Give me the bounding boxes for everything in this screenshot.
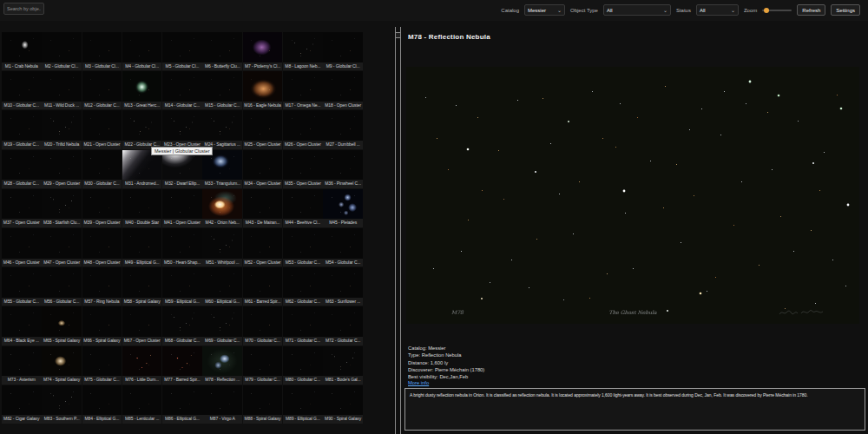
grid-item[interactable]: M59 - Elliptical G... xyxy=(162,267,202,306)
grid-item[interactable]: M80 - Globular C... xyxy=(283,346,323,385)
grid-item[interactable]: M2 - Globular Cl... xyxy=(42,32,82,70)
grid-item[interactable]: M47 - Open Cluster xyxy=(42,228,82,266)
grid-item[interactable]: M77 - Barred Spir... xyxy=(162,346,202,385)
grid-item[interactable]: M5 - Globular Cl... xyxy=(162,32,202,70)
grid-item[interactable]: M25 - Open Cluster xyxy=(243,110,283,148)
grid-item[interactable]: M37 - Open Cluster xyxy=(2,189,42,227)
grid-item[interactable]: M82 - Cigar Galaxy xyxy=(2,385,42,424)
grid-item[interactable]: M45 - Pleiades xyxy=(323,189,363,227)
grid-item[interactable]: M13 - Great Herc... xyxy=(122,71,162,109)
grid-item[interactable]: M86 - Elliptical G... xyxy=(162,385,202,424)
grid-item[interactable]: M33 - Triangulum... xyxy=(202,150,242,188)
grid-item[interactable]: M51 - Whirlpool ... xyxy=(202,228,242,266)
grid-item[interactable]: M83 - Southern P... xyxy=(42,385,82,424)
grid-item[interactable]: M34 - Open Cluster xyxy=(243,150,283,188)
grid-item[interactable]: M76 - Little Dum... xyxy=(122,346,162,385)
grid-item[interactable]: M17 - Omega Ne... xyxy=(283,71,323,109)
object-type-select[interactable]: All ⌄ xyxy=(603,4,671,16)
grid-item[interactable]: M78 - Reflection ... xyxy=(202,346,242,385)
grid-item[interactable]: M30 - Globular C... xyxy=(82,150,122,188)
scrollbar-thumb[interactable] xyxy=(395,32,401,38)
grid-item[interactable]: M65 - Spiral Galaxy xyxy=(42,306,82,345)
grid-item[interactable]: M68 - Globular C... xyxy=(162,306,202,345)
grid-item[interactable]: M4 - Globular Cl... xyxy=(122,32,162,70)
grid-item[interactable]: M72 - Globular C... xyxy=(323,306,363,345)
grid-item[interactable]: M67 - Open Cluster xyxy=(122,306,162,345)
grid-item[interactable]: M44 - Beehive Cl... xyxy=(283,189,323,227)
grid-item[interactable]: M52 - Open Cluster xyxy=(243,228,283,266)
grid-item[interactable]: M29 - Open Cluster xyxy=(42,150,82,188)
zoom-slider[interactable] xyxy=(762,4,792,16)
grid-item[interactable]: M48 - Open Cluster xyxy=(82,228,122,266)
grid-item[interactable]: M9 - Globular Cl... xyxy=(323,32,363,70)
status-select[interactable]: All ⌄ xyxy=(696,4,739,16)
grid-item[interactable]: M61 - Barred Spir... xyxy=(243,267,283,306)
grid-item[interactable]: M49 - Elliptical G... xyxy=(122,228,162,266)
grid-item[interactable]: M73 - Asterism xyxy=(2,346,42,385)
grid-item[interactable]: M11 - Wild Duck ... xyxy=(42,71,82,109)
catalog-select[interactable]: Messier ⌄ xyxy=(524,4,565,16)
grid-item[interactable]: M15 - Globular C... xyxy=(202,71,242,109)
grid-item[interactable]: M39 - Open Cluster xyxy=(82,189,122,227)
grid-item[interactable]: M23 - Open Cluster xyxy=(162,110,202,148)
grid-item[interactable]: M26 - Open Cluster xyxy=(283,110,323,148)
grid-item[interactable]: M66 - Spiral Galaxy xyxy=(82,306,122,345)
grid-item[interactable]: M24 - Sagittarius ... xyxy=(202,110,242,148)
grid-item[interactable]: M35 - Open Cluster xyxy=(283,150,323,188)
grid-item[interactable]: M42 - Orion Neb... xyxy=(202,189,242,227)
more-info-link[interactable]: More info xyxy=(408,380,429,385)
grid-item[interactable]: M70 - Globular C... xyxy=(243,306,283,345)
grid-item[interactable]: M28 - Globular C... xyxy=(2,150,42,188)
grid-item[interactable]: M58 - Spiral Galaxy xyxy=(122,267,162,306)
grid-item[interactable]: M32 - Dwarf Ellip... xyxy=(162,150,202,188)
grid-item[interactable]: M21 - Open Cluster xyxy=(82,110,122,148)
refresh-button[interactable]: Refresh xyxy=(797,4,825,16)
grid-item[interactable]: M7 - Ptolemy's Cl... xyxy=(243,32,283,70)
grid-item[interactable]: M81 - Bode's Gal... xyxy=(323,346,363,385)
grid-item[interactable]: M75 - Globular C... xyxy=(82,346,122,385)
grid-item[interactable]: M63 - Sunflower ... xyxy=(323,267,363,306)
settings-button[interactable]: Settings xyxy=(831,4,860,16)
grid-item[interactable]: M69 - Globular C... xyxy=(202,306,242,345)
grid-item[interactable]: M60 - Elliptical G... xyxy=(202,267,242,306)
grid-item[interactable]: M88 - Spiral Galaxy xyxy=(243,385,283,424)
grid-item[interactable]: M57 - Ring Nebula xyxy=(82,267,122,306)
grid-item[interactable]: M31 - Andromed... xyxy=(122,150,162,188)
detail-scrollbar[interactable] xyxy=(395,27,401,434)
grid-item[interactable]: M10 - Globular C... xyxy=(2,71,42,109)
grid-item[interactable]: M71 - Globular C... xyxy=(283,306,323,345)
grid-item[interactable]: M8 - Lagoon Neb... xyxy=(283,32,323,70)
grid-item[interactable]: M87 - Virgo A xyxy=(202,385,242,424)
grid-item[interactable]: M1 - Crab Nebula xyxy=(2,32,42,70)
grid-item[interactable]: M50 - Heart-Shap... xyxy=(162,228,202,266)
grid-item[interactable]: M14 - Globular C... xyxy=(162,71,202,109)
grid-item[interactable]: M84 - Elliptical G... xyxy=(82,385,122,424)
grid-item[interactable]: M40 - Double Star xyxy=(122,189,162,227)
grid-item[interactable]: M36 - Pinwheel C... xyxy=(323,150,363,188)
grid-item[interactable]: M27 - Dumbbell ... xyxy=(323,110,363,148)
grid-item[interactable]: M53 - Globular C... xyxy=(283,228,323,266)
grid-item[interactable]: M64 - Black Eye ... xyxy=(2,306,42,345)
zoom-slider-thumb[interactable] xyxy=(764,8,769,13)
grid-item[interactable]: M54 - Globular C... xyxy=(323,228,363,266)
grid-item[interactable]: M79 - Globular C... xyxy=(243,346,283,385)
grid-item[interactable]: M89 - Elliptical G... xyxy=(283,385,323,424)
grid-item[interactable]: M6 - Butterfly Clu... xyxy=(202,32,242,70)
grid-item[interactable]: M18 - Open Cluster xyxy=(323,71,363,109)
grid-item[interactable]: M55 - Globular C... xyxy=(2,267,42,306)
grid-item[interactable]: M43 - De Mairan... xyxy=(243,189,283,227)
grid-item[interactable]: M38 - Starfish Clu... xyxy=(42,189,82,227)
search-input[interactable] xyxy=(3,3,44,15)
grid-item[interactable]: M85 - Lenticular ... xyxy=(122,385,162,424)
grid-item[interactable]: M19 - Globular C... xyxy=(2,110,42,148)
grid-item[interactable]: M20 - Trifid Nebula xyxy=(42,110,82,148)
grid-item[interactable]: M62 - Globular C... xyxy=(283,267,323,306)
grid-item[interactable]: M74 - Spiral Galaxy xyxy=(42,346,82,385)
grid-item[interactable]: M56 - Globular C... xyxy=(42,267,82,306)
grid-item[interactable]: M22 - Globular C... xyxy=(122,110,162,148)
grid-item[interactable]: M41 - Open Cluster xyxy=(162,189,202,227)
grid-item[interactable]: M16 - Eagle Nebula xyxy=(243,71,283,109)
grid-item[interactable]: M46 - Open Cluster xyxy=(2,228,42,266)
grid-item[interactable]: M3 - Globular Cl... xyxy=(82,32,122,70)
description-box[interactable]: A bright dusty reflection nebula in Orio… xyxy=(404,388,865,431)
